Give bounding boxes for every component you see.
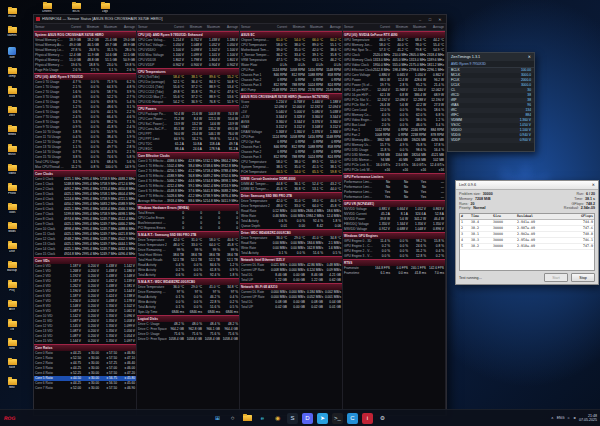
minimize-icon[interactable]: –	[416, 16, 424, 23]
desktop-icon[interactable]: Work	[1, 88, 23, 98]
sensor-row[interactable]: CPU VDDP0.902 V0.900 V0.904 V0.902 V	[137, 63, 239, 68]
vscode-icon[interactable]: C	[347, 413, 358, 424]
hwinfo-title-bar[interactable]: HWiNFO64 — Sensor Status [ASUS ROG CROSS…	[34, 15, 446, 24]
desktop-icon[interactable]: Proj	[1, 282, 23, 292]
sensor-row[interactable]: DIMM B2 Temperature45.6 °C36.8 °C53.1 °C…	[240, 187, 342, 192]
sensor-row[interactable]: Max CPU/Thread Usage11.2 %0.8 %100.0 %14…	[34, 165, 136, 170]
sensor-row[interactable]: Queue Depth0.010.008.420.06	[240, 224, 342, 229]
section-header[interactable]: S.M.A.R.T.: WDC WD40EZRZ-00GXCB0	[137, 278, 239, 285]
stop-button[interactable]: Stop	[571, 273, 595, 282]
wifi-icon[interactable]: ≈	[567, 416, 569, 420]
section-header[interactable]: System: ASUS ROG CROSSHAIR X670E HERO	[34, 31, 136, 38]
section-header[interactable]: Logical Disks	[137, 315, 239, 322]
close-icon[interactable]: ✕	[436, 16, 444, 23]
section-header[interactable]: GPU Performance Limiters	[343, 173, 445, 180]
sensor-row[interactable]: CPU EDC88.4 A24.6 A178.9 A81.2 A	[137, 147, 239, 152]
sensor-row[interactable]: Total Activity0.6 %0.0 %92.4 %1.8 %	[137, 273, 239, 278]
sensor-row[interactable]: PCI Express Errors0000	[137, 226, 239, 231]
start-icon[interactable]: ⊞	[212, 413, 223, 424]
taskbar-clock[interactable]: 21:48 07.05.2025	[579, 414, 597, 423]
edge-icon[interactable]: e	[257, 413, 268, 424]
close-icon[interactable]: ✕	[592, 181, 595, 189]
section-header[interactable]: Network: Intel Ethernet I225-V	[240, 256, 342, 263]
sensor-row[interactable]: Frametime6.1 ms0.0 ms41.8 ms7.0 ms	[343, 271, 445, 276]
dialog-title-bar[interactable]: LinX 0.9.6 ✕	[456, 181, 598, 190]
desktop-icon[interactable]: Docs	[1, 107, 23, 117]
sensor-row[interactable]: Total UP0.02 GB0.00 GB0.02 GB0.01 GB	[240, 305, 342, 310]
zentimings-title-bar[interactable]: ZenTimings 1.3.1 ✕	[448, 53, 534, 61]
discord-icon[interactable]: D	[302, 413, 313, 424]
sensor-row[interactable]: Average Effective Clock3918.4 MHz88.6 MH…	[137, 199, 239, 204]
section-header[interactable]: ASUS ROG CROSSHAIR X670E HERO (Nuvoton N…	[240, 93, 342, 100]
section-header[interactable]: CPU Powers	[137, 105, 239, 112]
desktop-icon[interactable]: BIOS	[65, 3, 87, 13]
section-header[interactable]: CPU [#0]: AMD Ryzen 9 7950X3D: Enhanced	[137, 31, 239, 38]
sensor-row[interactable]: Drive D: Free Space1058.4 GB1058.4 GB105…	[137, 337, 239, 342]
section-header[interactable]: RTSS	[343, 259, 445, 266]
desktop-icon[interactable]: Install	[1, 8, 23, 18]
terminal-icon[interactable]: >_	[332, 413, 343, 424]
steam-icon[interactable]: S	[287, 413, 298, 424]
section-header[interactable]: Core Ratios	[34, 344, 136, 351]
section-header[interactable]: CPU [#0]: AMD Ryzen 9 7950X3D	[34, 73, 136, 80]
search-icon[interactable]: ○	[227, 413, 238, 424]
section-header[interactable]: ASUS EC	[240, 31, 342, 38]
desktop-icon[interactable]: Misc	[1, 379, 23, 389]
desktop-icon[interactable]: Mods	[1, 223, 23, 233]
sensor-row[interactable]: Page File Usage2.6 %2.5 %3.1 %2.6 %	[34, 68, 136, 73]
hwinfo-icon[interactable]: i	[362, 413, 373, 424]
section-header[interactable]: Windows Hardware Errors (WHEA)	[137, 204, 239, 211]
sensor-row[interactable]: Total Activity0.1 %0.0 %51.6 %0.5 %	[240, 251, 342, 256]
section-header[interactable]: DIMM: Corsair Dominator DDR5-6000	[240, 175, 342, 182]
section-header[interactable]: Core Effective Clocks	[137, 152, 239, 159]
maximize-icon[interactable]: □	[426, 16, 434, 23]
desktop-icon[interactable]: Old	[1, 321, 23, 331]
sensor-row[interactable]: MSVDD Voltage0.912 V0.688 V1.048 V0.896 …	[343, 227, 445, 232]
start-button[interactable]: Start	[544, 273, 568, 282]
results-row[interactable]: 538.2300002.918e-09747.9	[460, 244, 594, 250]
rog-logo[interactable]: ROG	[4, 415, 16, 421]
sensor-row[interactable]: Total UP1.22 GB0.00 GB1.22 GB0.62 GB	[240, 278, 342, 283]
sensor-row[interactable]: GPU Engine 3 - Video Processing0.0 %0.0 …	[343, 254, 445, 259]
sensor-row[interactable]: AIO Pump2148 RPM2121 RPM2176 RPM2149 RPM	[240, 88, 342, 93]
section-header[interactable]: S.M.A.R.T.: Samsung SSD 990 PRO 2TB	[137, 231, 239, 238]
settings-icon[interactable]: ⚙	[377, 413, 388, 424]
desktop-icon[interactable]: Media	[1, 126, 23, 136]
section-header[interactable]: Network: Wi-Fi 6E AX210	[240, 283, 342, 290]
desktop-icon[interactable]: Logs	[94, 3, 116, 13]
desktop-icon[interactable]: New	[1, 340, 23, 350]
desktop-icon[interactable]: Games	[1, 27, 23, 37]
results-table[interactable]: #TimeSizeResidualGFlops138.4300002.941e-…	[459, 213, 595, 271]
sensor-row[interactable]: CPU IOD Hotspot54.2 °C36.9 °C76.8 °C51.9…	[137, 100, 239, 105]
sensor-row[interactable]: Spin-Up Time6846 ms6846 ms6846 ms6846 ms	[137, 310, 239, 315]
desktop-icon[interactable]: Soft	[1, 47, 23, 59]
section-header[interactable]: GPU [#0]: NVIDIA GeForce RTX 4090	[343, 31, 445, 38]
sensor-row[interactable]: Core 15 VID1.144 V0.200 V1.356 V1.097 V	[34, 339, 136, 344]
sensor-row[interactable]: Core 7 Ratiox 52.00x 30.00x 57.50x 46.90	[34, 386, 136, 391]
desktop-icon[interactable]: Drivers	[36, 3, 58, 13]
section-header[interactable]: Windows GPU Engines	[343, 232, 445, 239]
desktop-icon[interactable]: Video	[1, 165, 23, 175]
sensor-row[interactable]: Performance Limit - UtilizationYesNoYes—	[343, 195, 445, 200]
close-icon[interactable]: ✕	[528, 53, 531, 61]
language-indicator[interactable]: ENG	[557, 416, 565, 420]
volume-icon[interactable]: ◄	[572, 416, 576, 420]
chrome-icon[interactable]: ◉	[272, 413, 283, 424]
desktop-icon[interactable]: Tools	[1, 204, 23, 214]
section-header[interactable]: CPU Temperatures	[137, 68, 239, 75]
desktop-icon[interactable]: Arch	[1, 301, 23, 311]
desktop-icon[interactable]: Backup	[1, 262, 23, 272]
sensor-row[interactable]: GPU PCIe Link Widthx16x16x16x16	[343, 168, 445, 173]
section-header[interactable]: GPU VR (NCP45491)	[343, 200, 445, 207]
desktop-icon[interactable]: Distr	[1, 243, 23, 253]
explorer-icon[interactable]	[242, 413, 253, 424]
desktop-icon[interactable]: Music	[1, 146, 23, 156]
section-header[interactable]: Drive: WDC WD40EZRZ-00GXCB0	[240, 229, 342, 236]
section-header[interactable]: Core VIDs	[34, 257, 136, 264]
tray-chevron-icon[interactable]: ∧	[551, 416, 554, 420]
telegram-icon[interactable]: ➤	[317, 413, 328, 424]
section-header[interactable]: Drive: Samsung SSD 990 PRO 2TB	[240, 192, 342, 199]
sensor-row[interactable]: Core 15 Clock4924.8 MHz2995.4 MHz5249.7 …	[34, 252, 136, 257]
section-header[interactable]: Core Clocks	[34, 170, 136, 177]
desktop-icon[interactable]: Save	[1, 359, 23, 369]
